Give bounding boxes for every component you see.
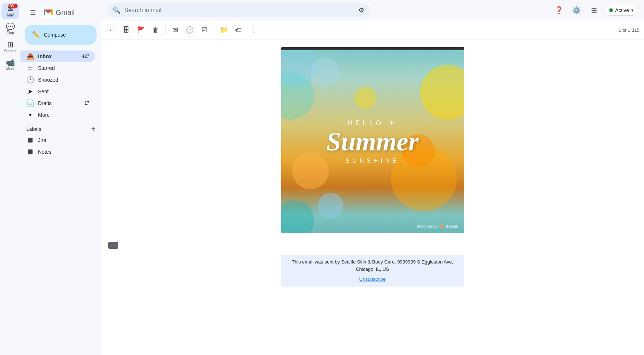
meet-label: Meet [6, 67, 14, 71]
label-button[interactable]: 🏷 [232, 23, 245, 37]
nav-item-drafts[interactable]: 📄 Drafts 17 [20, 97, 95, 109]
collapse-button[interactable]: ··· [108, 242, 118, 249]
more-chevron-icon: ▾ [26, 112, 34, 118]
main-content: 🔍 ⚙ ❓ ⚙️ ⊞ Active ▾ ← 🗄 🚩 🗑 [101, 0, 644, 355]
more-label: More [38, 112, 89, 118]
archive-button[interactable]: 🗄 [120, 23, 133, 37]
top-bar: 🔍 ⚙ ❓ ⚙️ ⊞ Active ▾ [101, 0, 644, 20]
toolbar-separator-2 [214, 26, 214, 34]
add-label-icon[interactable]: + [91, 125, 95, 133]
labels-section-label: Labels [26, 126, 41, 132]
nav-item-snoozed[interactable]: 🕐 Snoozed [20, 74, 95, 86]
footer-text-content: This email was sent by Sealife Skin & Bo… [292, 259, 453, 272]
mail-label: Mail [7, 13, 14, 17]
chat-icon: 💬 [6, 23, 15, 30]
move-button[interactable]: 📁 [217, 23, 230, 37]
summer-script-text: Summer [326, 128, 418, 155]
drafts-icon: 📄 [26, 99, 34, 107]
bokeh-9 [354, 87, 376, 109]
sidebar-icon-rail: ✉ Mail 99+ 💬 Chat ⊞ Spaces 📹 Meet [0, 0, 20, 355]
bokeh-7 [318, 193, 343, 218]
compose-label: Compose [44, 32, 66, 38]
nav-item-sent[interactable]: ➤ Sent [20, 86, 95, 97]
report-icon: 🚩 [137, 26, 145, 34]
back-button[interactable]: ← [105, 23, 118, 37]
email-header-bar [281, 47, 464, 50]
bokeh-2 [310, 57, 340, 87]
mark-unread-icon: ✉ [173, 26, 178, 34]
jira-label-icon: ⬛ [26, 138, 34, 143]
label-icon: 🏷 [235, 26, 242, 34]
active-chevron-icon: ▾ [631, 8, 633, 13]
compose-pencil-icon: ✏️ [32, 31, 40, 39]
nav-item-jira[interactable]: ⬛ Jira [20, 134, 95, 146]
report-button[interactable]: 🚩 [135, 23, 148, 37]
apps-button[interactable]: ⊞ [587, 3, 602, 18]
hello-text: HELLO ✦ [326, 119, 418, 127]
unsubscribe-link[interactable]: Unsubscribe [289, 276, 457, 283]
back-icon: ← [109, 26, 115, 34]
sent-icon: ➤ [26, 87, 34, 96]
mark-unread-button[interactable]: ✉ [169, 23, 182, 37]
snoozed-label: Snoozed [38, 77, 89, 83]
email-footer: This email was sent by Sealife Skin & Bo… [281, 255, 464, 287]
nav-item-starred[interactable]: ☆ Starred [20, 62, 95, 74]
add-task-icon: ☑ [202, 26, 207, 34]
jira-label: Jira [38, 137, 89, 143]
bokeh-8 [281, 200, 314, 233]
inbox-icon: 📥 [26, 52, 34, 60]
nav-item-more[interactable]: ▾ More [20, 109, 95, 121]
collapse-icon: ··· [111, 243, 115, 248]
archive-icon: 🗄 [123, 26, 130, 34]
summer-background: HELLO ✦ Summer · SUNSHINE · designed by … [281, 50, 464, 233]
summer-text-overlay: HELLO ✦ Summer · SUNSHINE · [326, 119, 418, 164]
spaces-icon: ⊞ [7, 41, 14, 48]
nav-item-notes[interactable]: ⬛ Notes [20, 146, 95, 158]
sidebar-icon-chat[interactable]: 💬 Chat [1, 21, 19, 37]
delete-button[interactable]: 🗑 [149, 23, 162, 37]
inbox-label: Inbox [38, 53, 78, 59]
gmail-logo: Gmail [42, 7, 75, 18]
inbox-count: 427 [82, 54, 89, 59]
notes-label: Notes [38, 149, 89, 155]
bokeh-4 [292, 153, 329, 189]
starred-icon: ☆ [26, 64, 34, 72]
active-dot [609, 8, 613, 12]
snooze-icon: 🕐 [186, 26, 194, 34]
move-icon: 📁 [220, 26, 228, 34]
active-label: Active [615, 7, 629, 13]
sidebar-icon-mail[interactable]: ✉ Mail 99+ [1, 3, 19, 19]
drafts-label: Drafts [38, 100, 80, 106]
search-icon: 🔍 [113, 6, 121, 14]
compose-button[interactable]: ✏️ Compose [25, 25, 97, 45]
active-status-button[interactable]: Active ▾ [605, 5, 638, 16]
notes-label-icon: ⬛ [26, 149, 34, 154]
settings-button[interactable]: ⚙️ [569, 3, 584, 18]
snooze-button[interactable]: 🕐 [183, 23, 196, 37]
snoozed-icon: 🕐 [26, 76, 34, 84]
search-bar-container: 🔍 ⚙ [107, 3, 370, 17]
sidebar-icon-spaces[interactable]: ⊞ Spaces [1, 39, 19, 55]
pagination-info: 1 of 1,315 [618, 27, 640, 33]
sent-label: Sent [38, 89, 89, 94]
email-toolbar: ← 🗄 🚩 🗑 ✉ 🕐 ☑ 📁 🏷 ⋮ 1 of 1,315 [101, 20, 644, 40]
email-body: HELLO ✦ Summer · SUNSHINE · designed by … [101, 40, 644, 355]
search-options-icon[interactable]: ⚙ [358, 6, 364, 14]
hamburger-menu-button[interactable]: ☰ [26, 6, 39, 19]
add-task-button[interactable]: ☑ [198, 23, 211, 37]
delete-icon: 🗑 [152, 26, 159, 34]
nav-item-inbox[interactable]: 📥 Inbox 427 [20, 51, 95, 62]
starred-label: Starred [38, 65, 89, 71]
designed-by-text: designed by 🎨 freepik [417, 224, 458, 229]
labels-section-header: Labels + [20, 121, 101, 134]
spaces-label: Spaces [4, 49, 16, 53]
top-bar-right: ❓ ⚙️ ⊞ Active ▾ [552, 3, 638, 18]
help-button[interactable]: ❓ [552, 3, 566, 18]
search-input[interactable] [124, 7, 355, 14]
sidebar-icon-meet[interactable]: 📹 Meet [1, 57, 19, 73]
more-options-button[interactable]: ⋮ [246, 23, 260, 37]
bokeh-3 [420, 65, 464, 120]
toolbar-separator-1 [165, 26, 166, 34]
sunshine-text: · SUNSHINE · [326, 158, 418, 164]
mail-badge: 99+ [8, 4, 18, 8]
